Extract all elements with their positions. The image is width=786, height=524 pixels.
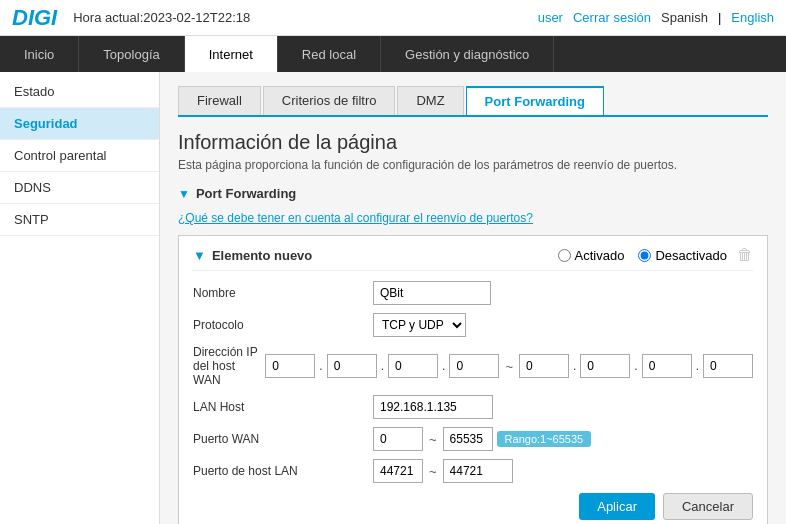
range-badge: Rango:1~65535 [497,431,592,447]
current-time: Hora actual:2023-02-12T22:18 [73,10,537,25]
triangle-icon: ▼ [178,187,190,201]
ip-dot-2: . [381,359,384,373]
form-row-protocolo: Protocolo TCP y UDP TCP UDP [193,313,753,337]
ip-dot-4: . [573,359,576,373]
logo: DIGI [12,5,57,31]
ip-wan-from-3[interactable] [449,354,499,378]
nombre-control [373,281,491,305]
section-title: Port Forwarding [196,186,296,201]
ip-wan-label: Dirección IP del host WAN [193,345,265,387]
sidebar-item-sntp[interactable]: SNTP [0,204,159,236]
delete-icon[interactable]: 🗑 [737,246,753,264]
radio-group: Activado Desactivado [558,248,727,263]
form-box-title: ▼ Elemento nuevo [193,248,548,263]
ip-wan-from-0[interactable] [265,354,315,378]
sidebar-item-estado[interactable]: Estado [0,76,159,108]
nav-inicio[interactable]: Inicio [0,36,79,72]
nombre-input[interactable] [373,281,491,305]
tab-criterios[interactable]: Criterios de filtro [263,86,396,115]
nav-gestion[interactable]: Gestión y diagnóstico [381,36,554,72]
radio-desactivado[interactable] [638,249,651,262]
navbar: Inicio Topología Internet Red local Gest… [0,36,786,72]
nav-red-local[interactable]: Red local [278,36,381,72]
form-row-lan-host: LAN Host [193,395,753,419]
tab-port-forwarding[interactable]: Port Forwarding [466,86,604,115]
sidebar-item-seguridad[interactable]: Seguridad [0,108,159,140]
lan-host-label: LAN Host [193,400,373,414]
form-row-ip-wan: Dirección IP del host WAN . . . ~ . . . [193,345,753,387]
protocolo-control: TCP y UDP TCP UDP [373,313,466,337]
ip-wan-from-2[interactable] [388,354,438,378]
form-row-puerto-lan: Puerto de host LAN ~ [193,459,753,483]
ip-dot-3: . [442,359,445,373]
lang-sep-pipe: | [718,10,721,25]
lan-host-control [373,395,493,419]
lan-host-input[interactable] [373,395,493,419]
ip-wan-control: . . . ~ . . . [265,354,753,378]
puerto-lan-from-input[interactable] [373,459,423,483]
apply-button[interactable]: Aplicar [579,493,655,520]
lang-english-link[interactable]: English [731,10,774,25]
form-row-puerto-wan: Puerto WAN ~ Rango:1~65535 [193,427,753,451]
ip-wan-to-2[interactable] [642,354,692,378]
main-layout: Estado Seguridad Control parental DDNS S… [0,72,786,524]
sidebar-item-ddns[interactable]: DDNS [0,172,159,204]
header: DIGI Hora actual:2023-02-12T22:18 user C… [0,0,786,36]
tab-firewall[interactable]: Firewall [178,86,261,115]
puerto-wan-label: Puerto WAN [193,432,373,446]
radio-activado-label[interactable]: Activado [558,248,625,263]
ip-range-sep: ~ [503,359,515,374]
puerto-lan-label: Puerto de host LAN [193,464,373,478]
lang-separator: Spanish [661,10,708,25]
puerto-lan-control: ~ [373,459,513,483]
puerto-wan-to-input[interactable] [443,427,493,451]
radio-desactivado-label[interactable]: Desactivado [638,248,727,263]
help-link[interactable]: ¿Qué se debe tener en cuenta al configur… [178,211,768,225]
form-box: ▼ Elemento nuevo Activado Desactivado 🗑 [178,235,768,524]
form-row-nombre: Nombre [193,281,753,305]
puerto-lan-range-sep: ~ [427,464,439,479]
puerto-lan-to-input[interactable] [443,459,513,483]
puerto-wan-range-sep: ~ [427,432,439,447]
ip-dot-1: . [319,359,322,373]
nombre-label: Nombre [193,286,373,300]
radio-activado[interactable] [558,249,571,262]
ip-dot-5: . [634,359,637,373]
ip-dot-6: . [696,359,699,373]
puerto-wan-from-input[interactable] [373,427,423,451]
ip-wan-to-3[interactable] [703,354,753,378]
protocolo-select[interactable]: TCP y UDP TCP UDP [373,313,466,337]
cancel-button[interactable]: Cancelar [663,493,753,520]
header-right: user Cerrar sesión Spanish | English [538,10,774,25]
page-title: Información de la página [178,131,768,154]
form-box-header: ▼ Elemento nuevo Activado Desactivado 🗑 [193,246,753,271]
user-link[interactable]: user [538,10,563,25]
content-area: Firewall Criterios de filtro DMZ Port Fo… [160,72,786,524]
ip-wan-to-0[interactable] [519,354,569,378]
page-description: Esta página proporciona la función de co… [178,158,768,172]
nav-internet[interactable]: Internet [185,36,278,72]
section-header: ▼ Port Forwarding [178,186,768,201]
box-triangle-icon: ▼ [193,248,206,263]
button-row: Aplicar Cancelar [193,493,753,520]
sidebar-item-control-parental[interactable]: Control parental [0,140,159,172]
ip-wan-to-1[interactable] [580,354,630,378]
tab-bar: Firewall Criterios de filtro DMZ Port Fo… [178,86,768,117]
ip-wan-from-1[interactable] [327,354,377,378]
sidebar: Estado Seguridad Control parental DDNS S… [0,72,160,524]
tab-dmz[interactable]: DMZ [397,86,463,115]
puerto-wan-control: ~ Rango:1~65535 [373,427,591,451]
nav-topologia[interactable]: Topología [79,36,184,72]
logout-link[interactable]: Cerrar sesión [573,10,651,25]
protocolo-label: Protocolo [193,318,373,332]
